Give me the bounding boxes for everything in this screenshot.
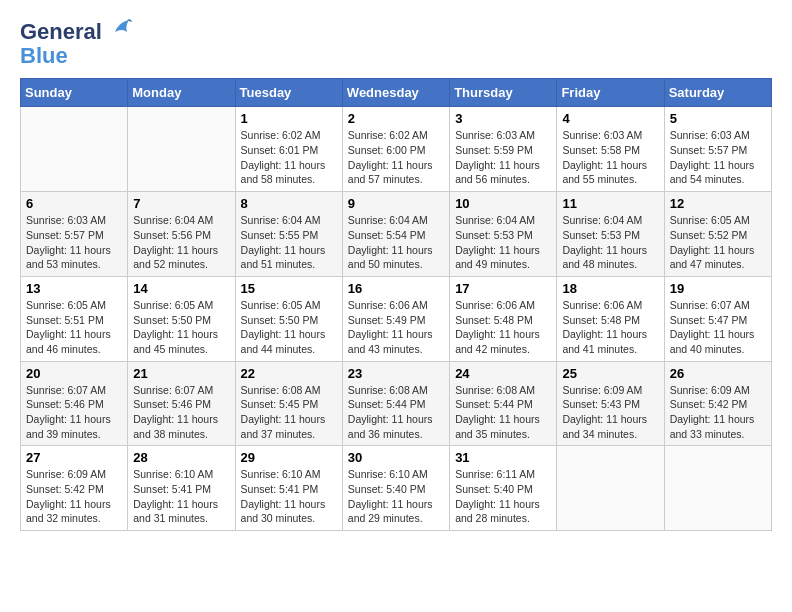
calendar-cell: 8Sunrise: 6:04 AM Sunset: 5:55 PM Daylig… <box>235 192 342 277</box>
calendar-table: SundayMondayTuesdayWednesdayThursdayFrid… <box>20 78 772 531</box>
day-number: 31 <box>455 450 551 465</box>
calendar-cell: 7Sunrise: 6:04 AM Sunset: 5:56 PM Daylig… <box>128 192 235 277</box>
calendar-cell: 15Sunrise: 6:05 AM Sunset: 5:50 PM Dayli… <box>235 276 342 361</box>
day-info: Sunrise: 6:08 AM Sunset: 5:44 PM Dayligh… <box>455 383 551 442</box>
day-info: Sunrise: 6:03 AM Sunset: 5:58 PM Dayligh… <box>562 128 658 187</box>
day-info: Sunrise: 6:07 AM Sunset: 5:46 PM Dayligh… <box>133 383 229 442</box>
calendar-cell: 20Sunrise: 6:07 AM Sunset: 5:46 PM Dayli… <box>21 361 128 446</box>
day-info: Sunrise: 6:04 AM Sunset: 5:53 PM Dayligh… <box>562 213 658 272</box>
day-info: Sunrise: 6:06 AM Sunset: 5:49 PM Dayligh… <box>348 298 444 357</box>
day-info: Sunrise: 6:11 AM Sunset: 5:40 PM Dayligh… <box>455 467 551 526</box>
calendar-cell: 27Sunrise: 6:09 AM Sunset: 5:42 PM Dayli… <box>21 446 128 531</box>
day-info: Sunrise: 6:05 AM Sunset: 5:52 PM Dayligh… <box>670 213 766 272</box>
day-info: Sunrise: 6:05 AM Sunset: 5:50 PM Dayligh… <box>133 298 229 357</box>
calendar-cell <box>664 446 771 531</box>
day-number: 5 <box>670 111 766 126</box>
calendar-cell: 29Sunrise: 6:10 AM Sunset: 5:41 PM Dayli… <box>235 446 342 531</box>
day-number: 19 <box>670 281 766 296</box>
calendar-cell: 10Sunrise: 6:04 AM Sunset: 5:53 PM Dayli… <box>450 192 557 277</box>
week-row-4: 20Sunrise: 6:07 AM Sunset: 5:46 PM Dayli… <box>21 361 772 446</box>
calendar-cell: 16Sunrise: 6:06 AM Sunset: 5:49 PM Dayli… <box>342 276 449 361</box>
calendar-cell: 26Sunrise: 6:09 AM Sunset: 5:42 PM Dayli… <box>664 361 771 446</box>
day-number: 20 <box>26 366 122 381</box>
day-info: Sunrise: 6:03 AM Sunset: 5:57 PM Dayligh… <box>26 213 122 272</box>
calendar-cell: 18Sunrise: 6:06 AM Sunset: 5:48 PM Dayli… <box>557 276 664 361</box>
calendar-cell: 2Sunrise: 6:02 AM Sunset: 6:00 PM Daylig… <box>342 107 449 192</box>
calendar-cell: 23Sunrise: 6:08 AM Sunset: 5:44 PM Dayli… <box>342 361 449 446</box>
day-number: 10 <box>455 196 551 211</box>
day-info: Sunrise: 6:08 AM Sunset: 5:44 PM Dayligh… <box>348 383 444 442</box>
week-row-1: 1Sunrise: 6:02 AM Sunset: 6:01 PM Daylig… <box>21 107 772 192</box>
day-number: 16 <box>348 281 444 296</box>
header-friday: Friday <box>557 79 664 107</box>
header-wednesday: Wednesday <box>342 79 449 107</box>
week-row-3: 13Sunrise: 6:05 AM Sunset: 5:51 PM Dayli… <box>21 276 772 361</box>
calendar-cell: 6Sunrise: 6:03 AM Sunset: 5:57 PM Daylig… <box>21 192 128 277</box>
day-info: Sunrise: 6:07 AM Sunset: 5:47 PM Dayligh… <box>670 298 766 357</box>
day-number: 25 <box>562 366 658 381</box>
day-info: Sunrise: 6:09 AM Sunset: 5:43 PM Dayligh… <box>562 383 658 442</box>
day-number: 3 <box>455 111 551 126</box>
day-info: Sunrise: 6:02 AM Sunset: 6:00 PM Dayligh… <box>348 128 444 187</box>
logo-text-general: General <box>20 20 102 44</box>
day-number: 12 <box>670 196 766 211</box>
calendar-cell: 4Sunrise: 6:03 AM Sunset: 5:58 PM Daylig… <box>557 107 664 192</box>
day-info: Sunrise: 6:03 AM Sunset: 5:59 PM Dayligh… <box>455 128 551 187</box>
header-tuesday: Tuesday <box>235 79 342 107</box>
week-row-5: 27Sunrise: 6:09 AM Sunset: 5:42 PM Dayli… <box>21 446 772 531</box>
day-number: 15 <box>241 281 337 296</box>
calendar-cell <box>557 446 664 531</box>
day-info: Sunrise: 6:05 AM Sunset: 5:50 PM Dayligh… <box>241 298 337 357</box>
day-info: Sunrise: 6:08 AM Sunset: 5:45 PM Dayligh… <box>241 383 337 442</box>
day-number: 28 <box>133 450 229 465</box>
day-info: Sunrise: 6:04 AM Sunset: 5:54 PM Dayligh… <box>348 213 444 272</box>
calendar-cell: 28Sunrise: 6:10 AM Sunset: 5:41 PM Dayli… <box>128 446 235 531</box>
logo-bird-icon <box>105 14 133 42</box>
calendar-cell: 11Sunrise: 6:04 AM Sunset: 5:53 PM Dayli… <box>557 192 664 277</box>
day-number: 17 <box>455 281 551 296</box>
day-number: 6 <box>26 196 122 211</box>
day-number: 2 <box>348 111 444 126</box>
day-number: 29 <box>241 450 337 465</box>
day-info: Sunrise: 6:10 AM Sunset: 5:41 PM Dayligh… <box>241 467 337 526</box>
day-info: Sunrise: 6:02 AM Sunset: 6:01 PM Dayligh… <box>241 128 337 187</box>
calendar-cell: 3Sunrise: 6:03 AM Sunset: 5:59 PM Daylig… <box>450 107 557 192</box>
day-number: 21 <box>133 366 229 381</box>
day-number: 22 <box>241 366 337 381</box>
day-number: 8 <box>241 196 337 211</box>
header-saturday: Saturday <box>664 79 771 107</box>
calendar-cell: 14Sunrise: 6:05 AM Sunset: 5:50 PM Dayli… <box>128 276 235 361</box>
day-info: Sunrise: 6:10 AM Sunset: 5:40 PM Dayligh… <box>348 467 444 526</box>
calendar-cell: 31Sunrise: 6:11 AM Sunset: 5:40 PM Dayli… <box>450 446 557 531</box>
calendar-cell: 22Sunrise: 6:08 AM Sunset: 5:45 PM Dayli… <box>235 361 342 446</box>
header-thursday: Thursday <box>450 79 557 107</box>
calendar-cell: 17Sunrise: 6:06 AM Sunset: 5:48 PM Dayli… <box>450 276 557 361</box>
day-number: 9 <box>348 196 444 211</box>
calendar-cell <box>128 107 235 192</box>
calendar-cell: 1Sunrise: 6:02 AM Sunset: 6:01 PM Daylig… <box>235 107 342 192</box>
day-number: 11 <box>562 196 658 211</box>
day-info: Sunrise: 6:09 AM Sunset: 5:42 PM Dayligh… <box>26 467 122 526</box>
day-number: 4 <box>562 111 658 126</box>
day-number: 7 <box>133 196 229 211</box>
day-number: 23 <box>348 366 444 381</box>
day-info: Sunrise: 6:09 AM Sunset: 5:42 PM Dayligh… <box>670 383 766 442</box>
day-number: 26 <box>670 366 766 381</box>
calendar-cell: 19Sunrise: 6:07 AM Sunset: 5:47 PM Dayli… <box>664 276 771 361</box>
logo: General Blue <box>20 20 133 68</box>
week-row-2: 6Sunrise: 6:03 AM Sunset: 5:57 PM Daylig… <box>21 192 772 277</box>
calendar-header-row: SundayMondayTuesdayWednesdayThursdayFrid… <box>21 79 772 107</box>
day-number: 14 <box>133 281 229 296</box>
day-info: Sunrise: 6:05 AM Sunset: 5:51 PM Dayligh… <box>26 298 122 357</box>
calendar-cell: 21Sunrise: 6:07 AM Sunset: 5:46 PM Dayli… <box>128 361 235 446</box>
day-info: Sunrise: 6:04 AM Sunset: 5:53 PM Dayligh… <box>455 213 551 272</box>
day-number: 13 <box>26 281 122 296</box>
day-number: 24 <box>455 366 551 381</box>
day-info: Sunrise: 6:03 AM Sunset: 5:57 PM Dayligh… <box>670 128 766 187</box>
calendar-cell: 24Sunrise: 6:08 AM Sunset: 5:44 PM Dayli… <box>450 361 557 446</box>
day-info: Sunrise: 6:06 AM Sunset: 5:48 PM Dayligh… <box>562 298 658 357</box>
day-number: 27 <box>26 450 122 465</box>
day-info: Sunrise: 6:04 AM Sunset: 5:56 PM Dayligh… <box>133 213 229 272</box>
day-info: Sunrise: 6:04 AM Sunset: 5:55 PM Dayligh… <box>241 213 337 272</box>
calendar-cell: 9Sunrise: 6:04 AM Sunset: 5:54 PM Daylig… <box>342 192 449 277</box>
